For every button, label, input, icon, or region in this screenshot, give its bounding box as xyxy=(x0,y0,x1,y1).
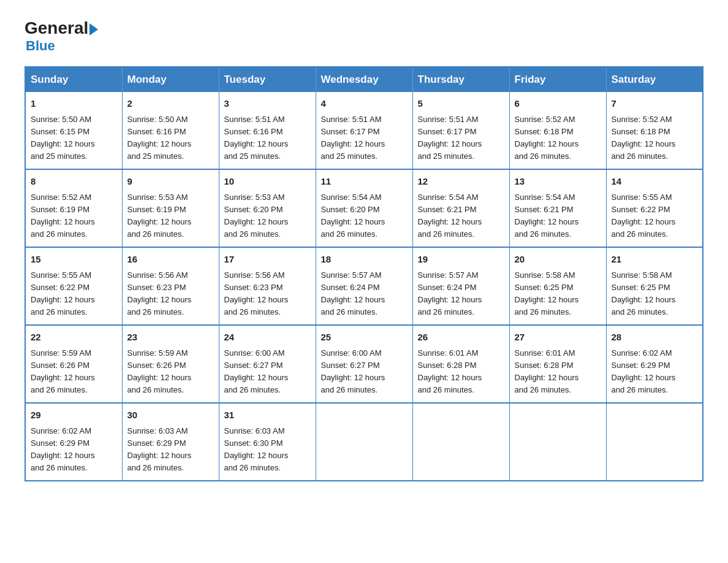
day-info: Sunrise: 5:55 AMSunset: 6:22 PMDaylight:… xyxy=(612,191,698,241)
calendar-day-cell: 7 Sunrise: 5:52 AMSunset: 6:18 PMDayligh… xyxy=(606,92,703,169)
day-number: 21 xyxy=(612,253,698,267)
calendar-day-cell xyxy=(412,403,509,481)
day-number: 2 xyxy=(127,97,214,111)
day-info: Sunrise: 6:02 AMSunset: 6:29 PMDaylight:… xyxy=(31,425,117,475)
day-number: 4 xyxy=(321,97,408,111)
day-info: Sunrise: 6:02 AMSunset: 6:29 PMDaylight:… xyxy=(612,347,698,397)
day-number: 17 xyxy=(224,253,311,267)
logo-triangle-icon xyxy=(89,23,98,36)
calendar-table: SundayMondayTuesdayWednesdayThursdayFrid… xyxy=(25,66,703,481)
day-number: 26 xyxy=(418,331,504,345)
calendar-day-cell: 29 Sunrise: 6:02 AMSunset: 6:29 PMDaylig… xyxy=(25,403,122,481)
calendar-week-row: 29 Sunrise: 6:02 AMSunset: 6:29 PMDaylig… xyxy=(25,403,703,481)
day-number: 16 xyxy=(127,253,214,267)
calendar-day-cell: 1 Sunrise: 5:50 AMSunset: 6:15 PMDayligh… xyxy=(25,92,122,169)
day-number: 30 xyxy=(127,408,214,423)
calendar-day-cell: 27 Sunrise: 6:01 AMSunset: 6:28 PMDaylig… xyxy=(509,325,606,403)
calendar-day-header: Thursday xyxy=(412,67,509,92)
calendar-day-cell: 4 Sunrise: 5:51 AMSunset: 6:17 PMDayligh… xyxy=(316,92,412,169)
day-number: 18 xyxy=(321,253,408,267)
logo-general-text: General xyxy=(25,18,88,38)
day-number: 28 xyxy=(612,331,698,345)
day-number: 22 xyxy=(31,331,117,345)
calendar-day-cell: 17 Sunrise: 5:56 AMSunset: 6:23 PMDaylig… xyxy=(219,247,316,325)
day-info: Sunrise: 5:50 AMSunset: 6:15 PMDaylight:… xyxy=(31,113,117,163)
day-info: Sunrise: 5:59 AMSunset: 6:26 PMDaylight:… xyxy=(31,347,117,397)
calendar-day-cell: 8 Sunrise: 5:52 AMSunset: 6:19 PMDayligh… xyxy=(25,169,122,247)
day-info: Sunrise: 6:01 AMSunset: 6:28 PMDaylight:… xyxy=(418,347,504,397)
day-number: 5 xyxy=(418,97,504,111)
calendar-day-cell: 31 Sunrise: 6:03 AMSunset: 6:30 PMDaylig… xyxy=(219,403,316,481)
calendar-day-cell: 24 Sunrise: 6:00 AMSunset: 6:27 PMDaylig… xyxy=(219,325,316,403)
day-number: 25 xyxy=(321,331,408,345)
calendar-day-header: Sunday xyxy=(25,67,122,92)
day-number: 10 xyxy=(224,175,311,189)
calendar-day-cell: 9 Sunrise: 5:53 AMSunset: 6:19 PMDayligh… xyxy=(122,169,219,247)
day-number: 27 xyxy=(515,331,601,345)
day-info: Sunrise: 5:51 AMSunset: 6:17 PMDaylight:… xyxy=(321,113,408,163)
day-info: Sunrise: 5:54 AMSunset: 6:20 PMDaylight:… xyxy=(321,191,408,241)
calendar-day-header: Saturday xyxy=(606,67,703,92)
calendar-day-cell: 10 Sunrise: 5:53 AMSunset: 6:20 PMDaylig… xyxy=(219,169,316,247)
day-info: Sunrise: 5:52 AMSunset: 6:19 PMDaylight:… xyxy=(31,191,117,241)
calendar-day-cell: 22 Sunrise: 5:59 AMSunset: 6:26 PMDaylig… xyxy=(25,325,122,403)
calendar-day-cell: 5 Sunrise: 5:51 AMSunset: 6:17 PMDayligh… xyxy=(412,92,509,169)
calendar-day-cell xyxy=(509,403,606,481)
day-number: 7 xyxy=(612,97,698,111)
calendar-day-cell: 28 Sunrise: 6:02 AMSunset: 6:29 PMDaylig… xyxy=(606,325,703,403)
calendar-day-cell: 14 Sunrise: 5:55 AMSunset: 6:22 PMDaylig… xyxy=(606,169,703,247)
calendar-day-cell: 12 Sunrise: 5:54 AMSunset: 6:21 PMDaylig… xyxy=(412,169,509,247)
calendar-day-header: Tuesday xyxy=(219,67,316,92)
day-info: Sunrise: 5:57 AMSunset: 6:24 PMDaylight:… xyxy=(418,269,504,319)
calendar-day-header: Monday xyxy=(122,67,219,92)
day-number: 31 xyxy=(224,408,311,423)
day-info: Sunrise: 6:00 AMSunset: 6:27 PMDaylight:… xyxy=(321,347,408,397)
day-info: Sunrise: 5:53 AMSunset: 6:20 PMDaylight:… xyxy=(224,191,311,241)
day-number: 13 xyxy=(515,175,601,189)
day-number: 19 xyxy=(418,253,504,267)
day-info: Sunrise: 5:52 AMSunset: 6:18 PMDaylight:… xyxy=(515,113,601,163)
day-number: 29 xyxy=(31,408,117,423)
calendar-week-row: 22 Sunrise: 5:59 AMSunset: 6:26 PMDaylig… xyxy=(25,325,703,403)
calendar-day-cell: 19 Sunrise: 5:57 AMSunset: 6:24 PMDaylig… xyxy=(412,247,509,325)
calendar-day-header: Wednesday xyxy=(316,67,412,92)
calendar-day-cell: 23 Sunrise: 5:59 AMSunset: 6:26 PMDaylig… xyxy=(122,325,219,403)
day-info: Sunrise: 5:56 AMSunset: 6:23 PMDaylight:… xyxy=(224,269,311,319)
day-info: Sunrise: 6:03 AMSunset: 6:29 PMDaylight:… xyxy=(127,425,214,475)
day-info: Sunrise: 5:57 AMSunset: 6:24 PMDaylight:… xyxy=(321,269,408,319)
day-number: 9 xyxy=(127,175,214,189)
calendar-week-row: 15 Sunrise: 5:55 AMSunset: 6:22 PMDaylig… xyxy=(25,247,703,325)
calendar-day-cell: 20 Sunrise: 5:58 AMSunset: 6:25 PMDaylig… xyxy=(509,247,606,325)
day-number: 14 xyxy=(612,175,698,189)
logo-blue-text: Blue xyxy=(26,38,55,53)
day-info: Sunrise: 6:00 AMSunset: 6:27 PMDaylight:… xyxy=(224,347,311,397)
day-number: 1 xyxy=(31,97,117,111)
calendar-day-cell xyxy=(606,403,703,481)
calendar-day-cell: 13 Sunrise: 5:54 AMSunset: 6:21 PMDaylig… xyxy=(509,169,606,247)
day-info: Sunrise: 5:55 AMSunset: 6:22 PMDaylight:… xyxy=(31,269,117,319)
day-number: 11 xyxy=(321,175,408,189)
day-number: 12 xyxy=(418,175,504,189)
calendar-week-row: 1 Sunrise: 5:50 AMSunset: 6:15 PMDayligh… xyxy=(25,92,703,169)
calendar-day-cell: 15 Sunrise: 5:55 AMSunset: 6:22 PMDaylig… xyxy=(25,247,122,325)
calendar-day-cell: 6 Sunrise: 5:52 AMSunset: 6:18 PMDayligh… xyxy=(509,92,606,169)
day-info: Sunrise: 5:53 AMSunset: 6:19 PMDaylight:… xyxy=(127,191,214,241)
day-number: 20 xyxy=(515,253,601,267)
day-info: Sunrise: 6:01 AMSunset: 6:28 PMDaylight:… xyxy=(515,347,601,397)
calendar-day-cell: 3 Sunrise: 5:51 AMSunset: 6:16 PMDayligh… xyxy=(219,92,316,169)
calendar-header-row: SundayMondayTuesdayWednesdayThursdayFrid… xyxy=(25,67,703,92)
day-info: Sunrise: 5:56 AMSunset: 6:23 PMDaylight:… xyxy=(127,269,214,319)
day-number: 15 xyxy=(31,253,117,267)
page-header: General Blue xyxy=(25,18,703,54)
calendar-day-cell: 18 Sunrise: 5:57 AMSunset: 6:24 PMDaylig… xyxy=(316,247,412,325)
day-info: Sunrise: 6:03 AMSunset: 6:30 PMDaylight:… xyxy=(224,425,311,475)
day-info: Sunrise: 5:51 AMSunset: 6:17 PMDaylight:… xyxy=(418,113,504,163)
calendar-day-header: Friday xyxy=(509,67,606,92)
calendar-day-cell: 30 Sunrise: 6:03 AMSunset: 6:29 PMDaylig… xyxy=(122,403,219,481)
calendar-day-cell: 26 Sunrise: 6:01 AMSunset: 6:28 PMDaylig… xyxy=(412,325,509,403)
day-info: Sunrise: 5:51 AMSunset: 6:16 PMDaylight:… xyxy=(224,113,311,163)
day-info: Sunrise: 5:58 AMSunset: 6:25 PMDaylight:… xyxy=(515,269,601,319)
calendar-day-cell: 16 Sunrise: 5:56 AMSunset: 6:23 PMDaylig… xyxy=(122,247,219,325)
day-number: 23 xyxy=(127,331,214,345)
day-info: Sunrise: 5:58 AMSunset: 6:25 PMDaylight:… xyxy=(612,269,698,319)
